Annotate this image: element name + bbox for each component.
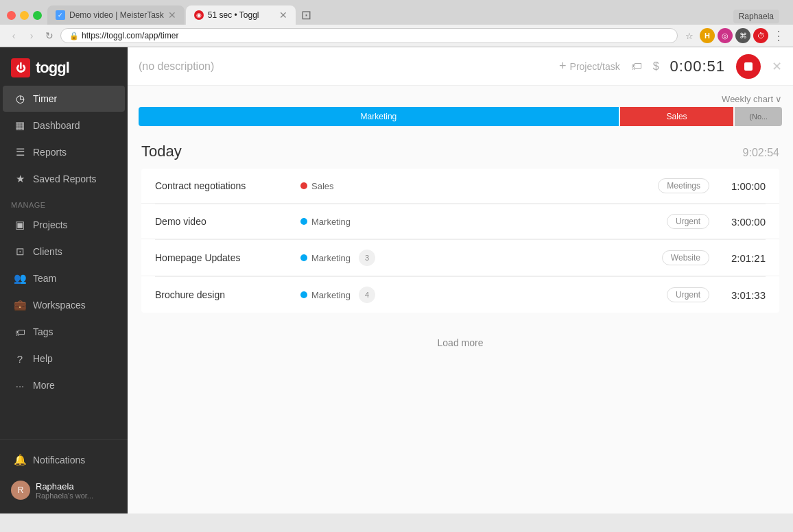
projects-icon: ▣ (14, 219, 26, 231)
weekly-chart-bars: Marketing Sales (No... (139, 107, 782, 126)
back-button[interactable]: ‹ (7, 29, 21, 43)
weekly-chart-toggle[interactable]: Weekly chart ∨ (722, 94, 782, 104)
weekly-chart-header: Weekly chart ∨ (139, 91, 782, 107)
user-avatar: R (11, 481, 30, 500)
chevron-down-icon: ∨ (775, 94, 782, 104)
browser-toolbar-icons: ☆ H ◎ ⌘ ⏱ ⋮ (682, 28, 786, 43)
entry-time-4: 3:01:33 (718, 289, 766, 301)
maximize-button[interactable] (33, 11, 42, 20)
logo-text: toggl (36, 59, 69, 77)
tab-meister[interactable]: ✓ Demo video | MeisterTask ✕ (47, 5, 185, 25)
browser-user-label: Raphaela (733, 10, 779, 23)
user-profile[interactable]: R Raphaela Raphaela's wor... (0, 474, 128, 507)
sidebar-item-tags[interactable]: 🏷 Tags (3, 319, 125, 345)
address-bar: ‹ › ↻ 🔒 https://toggl.com/app/timer ☆ H … (0, 25, 793, 47)
tab-toggl[interactable]: ◉ 51 sec • Toggl ✕ (186, 5, 296, 25)
traffic-lights[interactable] (7, 11, 42, 20)
today-header: Today 9:02:54 (141, 143, 779, 160)
entry-tag-2: Urgent (667, 214, 709, 229)
ext-icon-3[interactable]: ⌘ (735, 28, 750, 43)
timer-description[interactable]: (no description) (139, 60, 551, 73)
sidebar-item-more[interactable]: ··· More (3, 372, 125, 398)
table-row[interactable]: Brochure design Marketing 4 Urgent 3:01:… (141, 277, 779, 313)
ext-icon-1[interactable]: H (700, 28, 715, 43)
sidebar-item-tags-label: Tags (33, 326, 54, 337)
project-dot-marketing (300, 218, 307, 225)
lock-icon: 🔒 (69, 32, 79, 40)
entry-count-3: 3 (359, 250, 375, 266)
entry-tag-4: Urgent (667, 287, 709, 302)
sidebar: ⏻ toggl ◷ Timer ▦ Dashboard ☰ Reports ★ … (0, 47, 128, 513)
bell-icon: 🔔 (14, 454, 26, 466)
billable-button[interactable]: $ (653, 60, 659, 73)
project-task-label: Project/task (570, 61, 620, 72)
tag-button[interactable]: 🏷 (631, 60, 642, 73)
timer-close-button[interactable]: ✕ (772, 59, 782, 74)
entry-project-2: Marketing (300, 217, 659, 227)
app-logo[interactable]: ⏻ toggl (0, 47, 128, 86)
sidebar-item-saved-reports[interactable]: ★ Saved Reports (3, 166, 125, 192)
bookmark-icon[interactable]: ☆ (682, 28, 697, 43)
sidebar-item-projects-label: Projects (33, 219, 68, 230)
project-dot-sales (300, 182, 307, 189)
close-button[interactable] (7, 11, 16, 20)
help-icon: ? (14, 352, 26, 365)
meister-favicon: ✓ (56, 10, 65, 20)
weekly-chart-section: Weekly chart ∨ Marketing Sales (No... (128, 86, 793, 132)
timer-icon: ◷ (14, 93, 26, 105)
tab-toggl-close[interactable]: ✕ (279, 10, 287, 21)
toggl-favicon: ◉ (194, 10, 204, 20)
sidebar-item-timer-label: Timer (33, 93, 57, 104)
tab-meister-close[interactable]: ✕ (168, 10, 176, 21)
sidebar-item-workspaces[interactable]: 💼 Workspaces (3, 292, 125, 318)
sidebar-item-help[interactable]: ? Help (3, 346, 125, 372)
today-section: Today 9:02:54 (128, 132, 793, 169)
sidebar-item-help-label: Help (33, 353, 53, 364)
sidebar-item-team[interactable]: 👥 Team (3, 265, 125, 291)
entry-name-1: Contract negotiations (155, 180, 292, 191)
tab-toggl-title: 51 sec • Toggl (208, 10, 275, 20)
stop-button[interactable] (736, 54, 761, 79)
sidebar-item-clients[interactable]: ⊡ Clients (3, 239, 125, 265)
url-bar[interactable]: 🔒 https://toggl.com/app/timer (60, 28, 678, 43)
ext-icon-2[interactable]: ◎ (718, 28, 733, 43)
sidebar-item-reports-label: Reports (33, 147, 67, 158)
time-entries-list: Contract negotiations Sales Meetings 1:0… (141, 169, 779, 313)
sidebar-item-clients-label: Clients (33, 246, 62, 257)
ext-icon-4[interactable]: ⏱ (753, 28, 768, 43)
load-more-section: Load more (128, 324, 793, 362)
sidebar-item-reports[interactable]: ☰ Reports (3, 139, 125, 165)
new-tab-button[interactable]: ⊡ (297, 5, 316, 25)
minimize-button[interactable] (20, 11, 29, 20)
reload-button[interactable]: ↻ (43, 29, 56, 43)
tags-icon: 🏷 (14, 326, 26, 338)
sidebar-item-timer[interactable]: ◷ Timer (3, 86, 125, 112)
today-total-time: 9:02:54 (743, 147, 779, 159)
sidebar-item-projects[interactable]: ▣ Projects (3, 212, 125, 238)
load-more-button[interactable]: Load more (438, 337, 484, 348)
star-icon: ★ (14, 173, 26, 185)
entry-time-3: 2:01:21 (718, 252, 766, 264)
user-name: Raphaela (36, 481, 93, 492)
team-icon: 👥 (14, 272, 26, 285)
user-workspace: Raphaela's wor... (36, 492, 93, 500)
table-row[interactable]: Contract negotiations Sales Meetings 1:0… (141, 169, 779, 204)
sidebar-item-workspaces-label: Workspaces (33, 300, 86, 311)
sidebar-item-dashboard[interactable]: ▦ Dashboard (3, 112, 125, 138)
chart-bar-other: (No... (735, 107, 782, 126)
sidebar-item-saved-reports-label: Saved Reports (33, 173, 97, 184)
entry-project-3: Marketing 3 (300, 250, 654, 266)
entry-tag-1: Meetings (658, 178, 709, 193)
plus-icon: + (559, 59, 567, 73)
sidebar-item-notifications[interactable]: 🔔 Notifications (3, 447, 125, 473)
menu-dots[interactable]: ⋮ (771, 28, 786, 43)
stop-icon (744, 62, 753, 71)
table-row[interactable]: Homepage Updates Marketing 3 Website 2:0… (141, 240, 779, 276)
entry-name-2: Demo video (155, 216, 292, 227)
entry-project-4: Marketing 4 (300, 287, 659, 303)
forward-button[interactable]: › (25, 29, 38, 43)
add-project-task-button[interactable]: + Project/task (559, 59, 620, 73)
workspaces-icon: 💼 (14, 299, 26, 311)
user-details: Raphaela Raphaela's wor... (36, 481, 93, 500)
table-row[interactable]: Demo video Marketing Urgent 3:00:00 (141, 204, 779, 239)
